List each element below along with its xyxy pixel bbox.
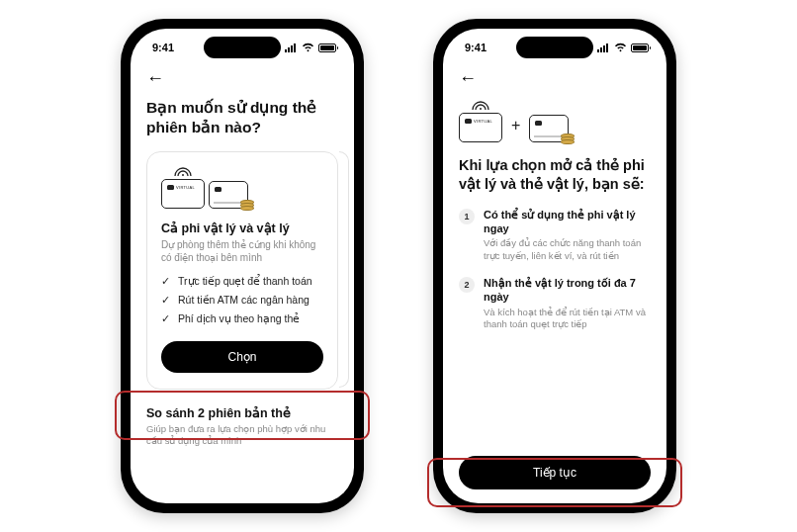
svg-rect-5 [597,49,599,52]
svg-point-9 [480,108,482,110]
page-title: Bạn muốn sử dụng thẻ phiên bản nào? [146,98,338,137]
back-button[interactable]: ← [146,68,164,89]
svg-rect-7 [603,45,605,52]
benefit-item: 1 Có thể sử dụng thẻ phi vật lý ngay Với… [459,208,651,263]
phone-mock-right: 9:41 ← + [433,19,676,513]
coins-icon [561,135,575,144]
iphone-notch [516,37,593,58]
cards-illustration [161,166,323,209]
feature-list: ✓Trực tiếp quẹt để thanh toán ✓Rút tiền … [161,275,323,325]
compare-title: So sánh 2 phiên bản thẻ [146,405,338,420]
virtual-card-icon [161,179,205,209]
svg-point-4 [182,174,184,176]
back-button[interactable]: ← [459,68,477,89]
coins-icon [240,202,254,211]
next-card-peek[interactable] [339,151,349,388]
benefit-title: Nhận thẻ vật lý trong tối đa 7 ngày [484,276,651,305]
cellular-icon [285,43,298,52]
svg-rect-2 [291,45,293,52]
benefit-desc: Với đầy đủ các chức năng thanh toán trực… [484,237,651,263]
step-number: 1 [459,209,475,224]
select-button[interactable]: Chọn [161,341,323,373]
feature-item: ✓Rút tiền ATM các ngân hàng [161,294,323,307]
screen-left: 9:41 ← Bạn muốn sử dụng thẻ phiên bản nà… [131,29,354,503]
compare-desc: Giúp bạn đưa ra lựa chọn phù hợp với nhu… [146,423,338,449]
cellular-icon [597,43,610,52]
battery-icon [631,44,649,52]
svg-rect-8 [606,44,608,52]
benefit-item: 2 Nhận thẻ vật lý trong tối đa 7 ngày Và… [459,276,651,331]
screen-right: 9:41 ← + [443,29,666,503]
check-icon: ✓ [161,275,170,288]
step-number: 2 [459,277,475,293]
phone-mock-left: 9:41 ← Bạn muốn sử dụng thẻ phiên bản nà… [121,19,364,513]
nfc-icon [470,100,491,110]
benefit-title: Có thể sử dụng thẻ phi vật lý ngay [484,208,651,236]
plus-icon: + [511,117,520,134]
battery-icon [318,44,336,52]
cards-illustration: + [459,100,651,142]
svg-rect-3 [294,44,296,52]
status-time: 9:41 [465,42,487,53]
virtual-card-icon [459,113,502,142]
svg-rect-6 [600,47,602,52]
wifi-icon [302,43,314,52]
svg-rect-0 [285,49,287,52]
benefit-list: 1 Có thể sử dụng thẻ phi vật lý ngay Với… [459,208,651,344]
status-time: 9:41 [152,42,174,53]
continue-button[interactable]: Tiếp tục [459,456,651,489]
option-card[interactable]: Cả phi vật lý và vật lý Dự phòng thêm th… [146,151,338,390]
feature-item: ✓Phí dịch vụ theo hạng thẻ [161,312,323,325]
option-desc: Dự phòng thêm thẻ cứng khi không có điện… [161,238,323,265]
nfc-icon [172,166,194,176]
page-title: Khi lựa chọn mở cả thẻ phi vật lý và thẻ… [459,156,651,194]
benefit-desc: Và kích hoạt thẻ để rút tiền tại ATM và … [484,307,651,332]
feature-item: ✓Trực tiếp quẹt để thanh toán [161,275,323,288]
iphone-notch [204,37,281,58]
wifi-icon [614,43,627,52]
check-icon: ✓ [161,294,170,307]
check-icon: ✓ [161,312,170,325]
option-title: Cả phi vật lý và vật lý [161,221,323,235]
svg-rect-1 [288,47,290,52]
